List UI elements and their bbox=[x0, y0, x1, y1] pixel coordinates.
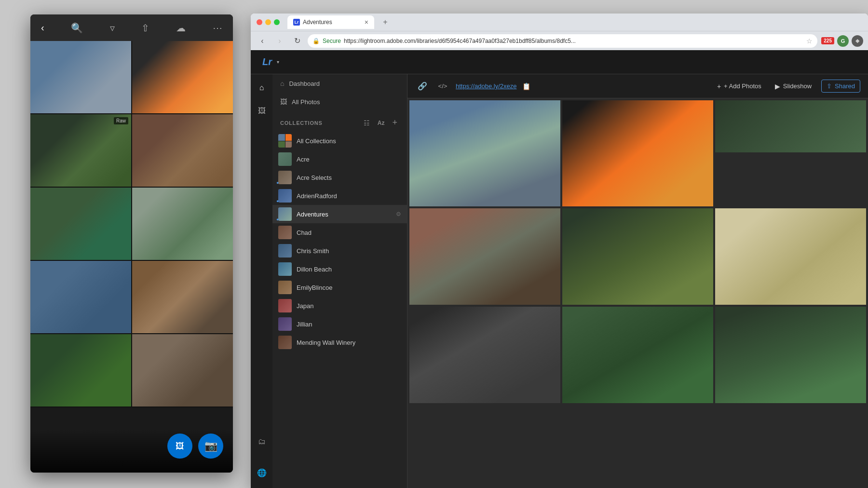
grid-photo-6[interactable] bbox=[715, 208, 866, 305]
collection-chad[interactable]: Chad bbox=[272, 223, 407, 242]
dashboard-icon: ⌂ bbox=[280, 80, 284, 87]
nav-back-button[interactable]: ‹ bbox=[256, 34, 269, 48]
mobile-photo-9[interactable] bbox=[30, 334, 131, 407]
lr-header: Lr ▾ bbox=[251, 50, 868, 74]
sidebar-photos-icon[interactable]: 🖼 bbox=[254, 103, 270, 119]
mobile-photo-2[interactable] bbox=[132, 41, 233, 113]
grid-col-3-top bbox=[715, 100, 866, 206]
add-photos-button[interactable]: + + Add Photos bbox=[713, 80, 765, 93]
slideshow-label: Slideshow bbox=[783, 82, 812, 90]
collections-grid-view-icon[interactable]: ☷ bbox=[362, 118, 372, 128]
back-icon[interactable]: ‹ bbox=[38, 19, 47, 36]
adrien-radford-label: AdrienRadford bbox=[297, 192, 401, 200]
shared-badge-acre-selects: ● bbox=[276, 180, 279, 185]
acre-selects-thumb bbox=[278, 171, 292, 184]
mobile-photo-7[interactable] bbox=[30, 261, 131, 333]
mobile-photo-4[interactable] bbox=[132, 114, 233, 187]
mobile-photo-3[interactable]: Raw bbox=[30, 114, 131, 187]
lr-logo-dropdown[interactable]: ▾ bbox=[277, 59, 279, 65]
collections-add-icon[interactable]: + bbox=[390, 117, 399, 129]
acre-label: Acre bbox=[297, 156, 401, 163]
mobile-app: ‹ 🔍 ▿ ⇧ ☁ ⋯ Raw 🖼 📷 bbox=[30, 14, 233, 473]
collection-adventures[interactable]: Adventures ● ⚙ bbox=[272, 205, 407, 223]
traffic-lights bbox=[257, 19, 280, 25]
tab-close-icon[interactable]: × bbox=[365, 18, 368, 26]
collection-chris-smith[interactable]: Chris Smith bbox=[272, 242, 407, 260]
adventures-gear-icon[interactable]: ⚙ bbox=[396, 211, 401, 217]
link-icon[interactable]: 🔗 bbox=[415, 79, 430, 94]
mobile-photo-8[interactable] bbox=[132, 261, 233, 333]
mending-thumb bbox=[278, 336, 292, 349]
collection-acre-selects[interactable]: Acre Selects ● bbox=[272, 168, 407, 187]
more-icon[interactable]: ⋯ bbox=[210, 19, 225, 37]
camera-fab[interactable]: 📷 bbox=[198, 434, 223, 459]
embed-code-icon[interactable]: </> bbox=[435, 79, 450, 94]
grid-photo-9[interactable] bbox=[715, 307, 866, 403]
photo-grid-inner bbox=[409, 100, 866, 403]
shared-button[interactable]: ⇧ Shared bbox=[821, 80, 860, 93]
collection-all-collections[interactable]: All Collections bbox=[272, 132, 407, 150]
browser-addressbar: ‹ › ↻ 🔒 Secure https://lightroom.adobe.c… bbox=[251, 31, 868, 50]
shared-url-display[interactable]: https://adobe.ly/2xeze bbox=[456, 82, 516, 90]
nav-forward-button[interactable]: › bbox=[273, 34, 286, 48]
browser-tab-adventures[interactable]: Lr Adventures × bbox=[287, 15, 374, 29]
collection-dillon-beach[interactable]: Dillon Beach bbox=[272, 260, 407, 278]
mobile-photo-10[interactable] bbox=[132, 334, 233, 407]
grid-photo-4[interactable] bbox=[409, 208, 560, 305]
slideshow-button[interactable]: ▶ Slideshow bbox=[771, 80, 815, 93]
new-tab-button[interactable]: + bbox=[378, 16, 393, 28]
lr-photo-grid[interactable] bbox=[407, 98, 868, 488]
nav-item-all-photos[interactable]: 🖼 All Photos bbox=[272, 93, 407, 111]
grid-photo-8[interactable] bbox=[562, 307, 713, 403]
nav-dashboard-label: Dashboard bbox=[289, 80, 320, 87]
lr-content-area: 🔗 </> https://adobe.ly/2xeze 📋 + + Add P… bbox=[407, 74, 868, 488]
collection-adrien-radford[interactable]: AdrienRadford ● bbox=[272, 187, 407, 205]
cloud-icon[interactable]: ☁ bbox=[173, 19, 189, 37]
grid-photo-7[interactable] bbox=[409, 307, 560, 403]
all-collections-label: All Collections bbox=[297, 137, 401, 145]
collection-japan[interactable]: Japan bbox=[272, 297, 407, 315]
nav-refresh-button[interactable]: ↻ bbox=[290, 34, 304, 48]
ext-avatar[interactable]: G bbox=[837, 35, 849, 47]
mobile-photo-6[interactable] bbox=[132, 188, 233, 260]
mobile-photo-1[interactable] bbox=[30, 41, 131, 113]
grid-photo-3a[interactable] bbox=[715, 100, 866, 152]
jillian-label: Jillian bbox=[297, 321, 401, 328]
adrien-thumb bbox=[278, 189, 292, 203]
sidebar-globe-icon[interactable]: 🌐 bbox=[254, 465, 270, 480]
sidebar-collections-icon[interactable]: 🗂 bbox=[254, 434, 270, 449]
minimize-button[interactable] bbox=[265, 19, 271, 25]
nav-item-dashboard[interactable]: ⌂ Dashboard bbox=[272, 74, 407, 93]
thumb-cell bbox=[278, 141, 285, 148]
collection-acre[interactable]: Acre bbox=[272, 150, 407, 168]
add-to-album-fab[interactable]: 🖼 bbox=[167, 434, 192, 459]
all-photos-icon: 🖼 bbox=[280, 98, 287, 106]
close-button[interactable] bbox=[257, 19, 262, 25]
bookmark-icon[interactable]: ☆ bbox=[806, 37, 813, 45]
copy-url-icon[interactable]: 📋 bbox=[522, 82, 530, 90]
search-icon[interactable]: 🔍 bbox=[68, 19, 86, 37]
jillian-thumb bbox=[278, 317, 292, 331]
grid-photo-5[interactable] bbox=[562, 208, 713, 305]
collection-jillian[interactable]: Jillian bbox=[272, 315, 407, 333]
grid-photo-2[interactable] bbox=[562, 100, 713, 206]
adventures-label: Adventures bbox=[297, 211, 391, 218]
mobile-toolbar: ‹ 🔍 ▿ ⇧ ☁ ⋯ bbox=[30, 14, 233, 41]
ext-icon-2[interactable]: ◆ bbox=[852, 35, 863, 47]
share-icon[interactable]: ⇧ bbox=[138, 19, 152, 37]
maximize-button[interactable] bbox=[274, 19, 280, 25]
collection-mending-wall[interactable]: Mending Wall Winery bbox=[272, 333, 407, 352]
collections-sort-icon[interactable]: Az bbox=[376, 119, 387, 127]
grid-photo-1[interactable] bbox=[409, 100, 560, 206]
lr-sidebar-icons: ⌂ 🖼 🗂 🌐 bbox=[251, 74, 272, 488]
collection-emily-blincoe[interactable]: EmilyBlincoe bbox=[272, 278, 407, 297]
all-collections-thumb bbox=[278, 134, 292, 148]
filter-icon[interactable]: ▿ bbox=[107, 19, 118, 37]
address-url: https://lightroom.adobe.com/libraries/d6… bbox=[344, 38, 576, 44]
mobile-photo-5[interactable] bbox=[30, 188, 131, 260]
address-bar[interactable]: 🔒 Secure https://lightroom.adobe.com/lib… bbox=[308, 34, 817, 48]
sidebar-home-icon[interactable]: ⌂ bbox=[254, 80, 270, 95]
acre-thumb bbox=[278, 152, 292, 166]
thumb-cell bbox=[285, 134, 292, 141]
chad-thumb bbox=[278, 226, 292, 239]
